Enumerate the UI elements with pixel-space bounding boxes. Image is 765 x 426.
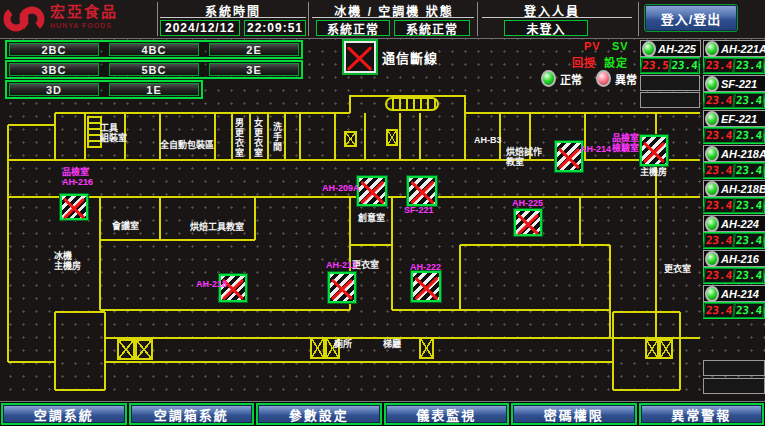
hmi-screen: { "header": { "brand": "宏亞食品", "brand_en… — [0, 0, 765, 426]
unit-SF-221-values: 23.423.4 — [703, 92, 765, 109]
unit-name-label: AH-218B — [721, 183, 765, 195]
unit-AH-216-sv: 23.4 — [733, 268, 765, 283]
unit-AH-225-pv: 23.5 — [640, 58, 671, 73]
stair-icon — [385, 97, 439, 111]
room-label-男更衣室: 男更衣室 — [233, 118, 243, 158]
ahu-label-AH-209A: AH-209A — [322, 184, 360, 194]
rule — [160, 17, 306, 18]
ahu-disconnected-icon[interactable] — [411, 271, 441, 302]
unit-AH-214-pv: 23.4 — [703, 303, 735, 318]
ahu-label-AH-225: AH-225 — [512, 199, 543, 209]
nav-button-儀表監視[interactable]: 儀表監視 — [386, 405, 508, 423]
ahu-label-品檢室AH-216: 品檢室AH-216 — [62, 168, 93, 188]
ahu-disconnected-icon[interactable] — [555, 141, 583, 172]
bottom-nav-bar: 空調系統空調箱系統參數設定儀表監視密碼權限異常警報 — [0, 401, 765, 426]
stair-icon — [645, 339, 659, 359]
unit-AH-216-button[interactable]: AH-216 — [703, 250, 765, 267]
room-label-女更衣室: 女更衣室 — [252, 118, 262, 158]
nav-frame: 空調系統 — [1, 403, 127, 425]
unit-AH-221A-pv: 23.4 — [703, 58, 735, 73]
unit-name-label: AH-214 — [721, 288, 759, 300]
nav-button-密碼權限[interactable]: 密碼權限 — [513, 405, 635, 423]
empty-slot — [640, 75, 700, 91]
company-logo: 宏亞食品 HUNYA FOODS — [2, 2, 154, 36]
unit-AH-218B-pv: 23.4 — [703, 198, 735, 213]
unit-AH-216-values: 23.423.4 — [703, 267, 765, 284]
zone-button-2BC[interactable]: 2BC — [9, 43, 99, 56]
status-led-icon — [705, 216, 719, 232]
empty-slot — [640, 92, 700, 108]
nav-button-空調系統[interactable]: 空調系統 — [3, 405, 125, 423]
ahu-disconnected-icon[interactable] — [60, 194, 88, 220]
nav-frame: 儀表監視 — [384, 403, 510, 425]
comm-loss-legend: 通信斷線 — [344, 41, 438, 73]
ahu-status-value: 系統正常 — [394, 20, 470, 36]
sv-label: SV — [612, 40, 629, 52]
normal-led-icon — [541, 70, 556, 87]
nav-frame: 異常警報 — [639, 403, 765, 425]
sv-cn-label: 設定 — [604, 54, 628, 70]
unit-AH-221A-button[interactable]: AH-221A — [703, 40, 765, 57]
unit-name-label: AH-224 — [721, 218, 759, 230]
status-led-icon — [705, 251, 719, 267]
unit-AH-218A-button[interactable]: AH-218A — [703, 145, 765, 162]
zone-button-4BC[interactable]: 4BC — [109, 43, 199, 56]
unit-AH-218B-values: 23.423.4 — [703, 197, 765, 214]
room-label-更衣室: 更衣室 — [664, 265, 691, 275]
zone-button-3BC[interactable]: 3BC — [9, 63, 99, 76]
stair-icon — [419, 337, 434, 359]
zone-button-3E[interactable]: 3E — [209, 63, 299, 76]
unit-AH-218A-pv: 23.4 — [703, 163, 735, 178]
ahu-label-SF-221: SF-221 — [404, 206, 434, 216]
machine-status-label: 冰機 / 空調機 狀態 — [318, 2, 470, 16]
unit-name-label: SF-221 — [721, 78, 757, 90]
unit-name-label: EF-221 — [721, 113, 757, 125]
comm-loss-label: 通信斷線 — [382, 48, 438, 67]
ahu-disconnected-icon[interactable] — [357, 176, 387, 206]
unit-AH-224-sv: 23.4 — [733, 233, 765, 248]
unit-SF-221-button[interactable]: SF-221 — [703, 75, 765, 92]
nav-button-參數設定[interactable]: 參數設定 — [258, 405, 380, 423]
unit-AH-224-values: 23.423.4 — [703, 232, 765, 249]
room-label-洗手間: 洗手間 — [271, 122, 281, 152]
system-date-value: 2024/12/12 — [160, 20, 240, 36]
login-logout-button[interactable]: 登入/登出 — [645, 5, 737, 31]
room-label-主機房: 主機房 — [640, 168, 667, 178]
ahu-disconnected-icon[interactable] — [328, 272, 356, 303]
room-label-創意室: 創意室 — [358, 214, 385, 224]
stair-icon — [344, 131, 357, 147]
unit-AH-214-values: 23.423.4 — [703, 302, 765, 319]
nav-button-異常警報[interactable]: 異常警報 — [641, 405, 763, 423]
unit-EF-221-button[interactable]: EF-221 — [703, 110, 765, 127]
status-led-icon — [705, 111, 719, 127]
nav-button-空調箱系統[interactable]: 空調箱系統 — [131, 405, 253, 423]
unit-AH-214-button[interactable]: AH-214 — [703, 285, 765, 302]
brand-en: HUNYA FOODS — [50, 19, 118, 33]
header-divider — [308, 2, 309, 36]
unit-SF-221-pv: 23.4 — [703, 93, 735, 108]
stair-icon — [135, 339, 153, 360]
ahu-disconnected-icon[interactable] — [407, 176, 437, 206]
brand-text: 宏亞食品 HUNYA FOODS — [50, 5, 118, 33]
unit-EF-221-pv: 23.4 — [703, 128, 735, 143]
zone-button-2E[interactable]: 2E — [209, 43, 299, 56]
zone-button-5BC[interactable]: 5BC — [109, 63, 199, 76]
status-led-icon — [705, 181, 719, 197]
zone-row: 3BC5BC3E — [5, 60, 303, 79]
ahu-disconnected-icon[interactable] — [514, 209, 542, 236]
room-label-會議室: 會議室 — [112, 222, 139, 232]
unit-AH-224-button[interactable]: AH-224 — [703, 215, 765, 232]
unit-AH-218B-button[interactable]: AH-218B — [703, 180, 765, 197]
room-label-廁所: 廁所 — [334, 340, 352, 350]
room-label-AH-B3: AH-B3 — [474, 136, 502, 146]
room-label-烘焙試作教室: 烘焙試作教室 — [506, 148, 542, 168]
header-bar: 宏亞食品 HUNYA FOODS 系統時間 2024/12/12 22:09:5… — [0, 0, 765, 39]
unit-AH-225-sv: 23.4 — [669, 58, 700, 73]
unit-AH-225-button[interactable]: AH-225 — [640, 40, 701, 57]
stair-icon — [117, 339, 135, 360]
ahu-disconnected-icon[interactable] — [640, 135, 668, 166]
unit-AH-218A-values: 23.423.4 — [703, 162, 765, 179]
unit-EF-221-values: 23.423.4 — [703, 127, 765, 144]
logo-icon — [2, 4, 46, 34]
nav-frame: 密碼權限 — [511, 403, 637, 425]
